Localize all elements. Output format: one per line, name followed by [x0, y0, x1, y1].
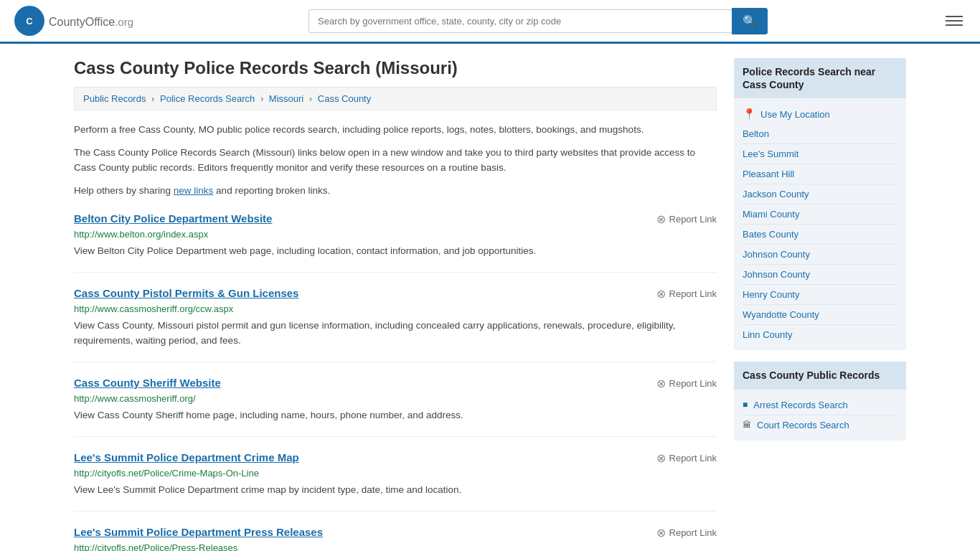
report-icon: ⊗ [656, 377, 666, 390]
menu-button[interactable] [943, 13, 966, 29]
sidebar-nearby-linn: Linn County [743, 325, 897, 344]
records-list: Belton City Police Department Website ⊗ … [74, 212, 717, 551]
report-link-button[interactable]: ⊗ Report Link [656, 212, 717, 226]
record-url[interactable]: http://cityofls.net/Police/Press-Release… [74, 542, 717, 551]
intro-para-2: The Cass County Police Records Search (M… [74, 145, 717, 176]
public-records-body: ■ Arrest Records Search 🏛 Court Records … [734, 390, 906, 441]
main-container: Cass County Police Records Search (Misso… [60, 44, 920, 551]
record-title[interactable]: Cass County Pistol Permits & Gun License… [74, 287, 298, 299]
sidebar: Police Records Search near Cass County 📍… [734, 58, 906, 551]
record-item: Lee's Summit Police Department Crime Map… [74, 451, 717, 512]
sidebar-nearby-johnson1: Johnson County [743, 245, 897, 265]
nearby-link[interactable]: Johnson County [743, 269, 810, 280]
record-item: Cass County Pistol Permits & Gun License… [74, 287, 717, 362]
breadcrumb-cass-county[interactable]: Cass County [318, 93, 371, 104]
report-icon: ⊗ [656, 287, 666, 301]
record-url[interactable]: http://cityofls.net/Police/Crime-Maps-On… [74, 468, 717, 479]
record-title[interactable]: Lee's Summit Police Department Press Rel… [74, 526, 323, 538]
content: Cass County Police Records Search (Misso… [74, 58, 717, 551]
report-link-button[interactable]: ⊗ Report Link [656, 287, 717, 301]
nearby-link[interactable]: Miami County [743, 209, 799, 220]
nearby-link[interactable]: Henry County [743, 289, 799, 300]
use-my-location-link[interactable]: Use My Location [760, 109, 830, 120]
record-desc: View Cass County, Missouri pistol permit… [74, 319, 717, 349]
public-records-court: 🏛 Court Records Search [743, 415, 897, 435]
record-title[interactable]: Belton City Police Department Website [74, 212, 272, 225]
nearby-link[interactable]: Linn County [743, 329, 792, 340]
nearby-link[interactable]: Wyandotte County [743, 309, 819, 320]
record-url[interactable]: http://www.belton.org/index.aspx [74, 229, 717, 240]
breadcrumb-missouri[interactable]: Missouri [269, 93, 303, 104]
location-pin-icon: 📍 [743, 108, 756, 121]
logo-area: C CountyOffice.org [14, 6, 133, 36]
new-links-link[interactable]: new links [174, 185, 214, 196]
search-input[interactable] [308, 9, 732, 33]
menu-bar-3 [946, 24, 963, 26]
nearby-section: Police Records Search near Cass County 📍… [734, 58, 906, 350]
breadcrumb-public-records[interactable]: Public Records [83, 93, 146, 104]
sidebar-nearby-lees-summit: Lee's Summit [743, 144, 897, 164]
sidebar-nearby-jackson: Jackson County [743, 184, 897, 204]
record-item: Belton City Police Department Website ⊗ … [74, 212, 717, 273]
record-url[interactable]: http://www.cassmosheriff.org/ [74, 393, 717, 404]
record-item: Cass County Sheriff Website ⊗ Report Lin… [74, 377, 717, 437]
breadcrumb: Public Records › Police Records Search ›… [74, 87, 717, 110]
svg-text:C: C [26, 16, 33, 27]
sidebar-nearby-wyandotte: Wyandotte County [743, 305, 897, 325]
page-title: Cass County Police Records Search (Misso… [74, 58, 717, 78]
nearby-link[interactable]: Bates County [743, 229, 798, 240]
menu-bar-1 [946, 16, 963, 17]
nearby-link[interactable]: Lee's Summit [743, 149, 798, 159]
logo-icon: C [14, 6, 44, 36]
court-records-icon: 🏛 [743, 420, 751, 430]
public-records-header: Cass County Public Records [734, 362, 906, 389]
search-button[interactable]: 🔍 [732, 8, 768, 34]
intro-para-1: Perform a free Cass County, MO public po… [74, 122, 717, 138]
sidebar-nearby-belton: Belton [743, 124, 897, 144]
sidebar-nearby-henry: Henry County [743, 285, 897, 305]
nearby-link[interactable]: Belton [743, 128, 769, 139]
report-icon: ⊗ [656, 212, 666, 226]
breadcrumb-police-records[interactable]: Police Records Search [160, 93, 255, 104]
nearby-link[interactable]: Jackson County [743, 189, 809, 199]
court-records-link[interactable]: Court Records Search [757, 420, 849, 430]
nearby-link[interactable]: Pleasant Hill [743, 169, 794, 179]
menu-bar-2 [946, 20, 963, 22]
arrest-records-icon: ■ [743, 400, 748, 410]
report-link-button[interactable]: ⊗ Report Link [656, 526, 717, 540]
record-item: Lee's Summit Police Department Press Rel… [74, 526, 717, 551]
report-link-button[interactable]: ⊗ Report Link [656, 377, 717, 390]
sidebar-nearby-pleasant-hill: Pleasant Hill [743, 164, 897, 184]
report-icon: ⊗ [656, 451, 666, 465]
sidebar-nearby-johnson2: Johnson County [743, 265, 897, 285]
header: C CountyOffice.org 🔍 [0, 0, 980, 44]
record-title[interactable]: Lee's Summit Police Department Crime Map [74, 451, 299, 463]
record-url[interactable]: http://www.cassmosheriff.org/ccw.aspx [74, 303, 717, 314]
record-desc: View Lee's Summit Police Department crim… [74, 483, 717, 498]
nearby-section-header: Police Records Search near Cass County [734, 58, 906, 98]
report-link-button[interactable]: ⊗ Report Link [656, 451, 717, 465]
record-desc: View Belton City Police Department web p… [74, 244, 717, 259]
report-icon: ⊗ [656, 526, 666, 540]
nearby-section-body: 📍 Use My Location Belton Lee's Summit Pl… [734, 98, 906, 350]
logo-text: CountyOffice.org [49, 13, 133, 29]
sidebar-nearby-miami: Miami County [743, 204, 897, 225]
public-records-section: Cass County Public Records ■ Arrest Reco… [734, 362, 906, 440]
public-records-arrest: ■ Arrest Records Search [743, 395, 897, 415]
intro-para-3: Help others by sharing new links and rep… [74, 183, 717, 199]
sidebar-nearby-bates: Bates County [743, 225, 897, 245]
record-desc: View Cass County Sheriff home page, incl… [74, 408, 717, 423]
nearby-link[interactable]: Johnson County [743, 249, 810, 260]
use-my-location-item[interactable]: 📍 Use My Location [743, 104, 897, 124]
record-title[interactable]: Cass County Sheriff Website [74, 377, 221, 389]
search-area: 🔍 [308, 8, 768, 34]
arrest-records-link[interactable]: Arrest Records Search [753, 400, 848, 410]
